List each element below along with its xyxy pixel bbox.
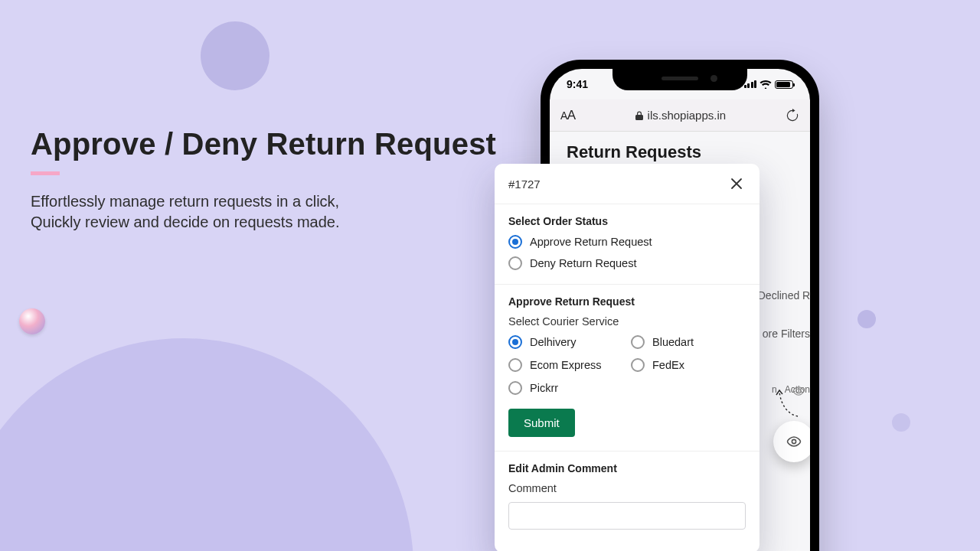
status-time: 9:41 xyxy=(567,78,588,90)
approve-section: Approve Return Request Select Courier Se… xyxy=(495,285,760,452)
paragraph-line: Effortlessly manage return requests in a… xyxy=(31,193,339,210)
reload-icon[interactable] xyxy=(786,109,799,122)
text-size-button[interactable]: AA xyxy=(560,108,576,123)
radio-icon xyxy=(508,235,522,249)
radio-label: FedEx xyxy=(652,359,684,371)
radio-deny[interactable]: Deny Return Request xyxy=(508,256,746,270)
eye-icon xyxy=(785,432,803,451)
bg-circle-large xyxy=(0,338,413,551)
radio-label: Ecom Express xyxy=(530,359,601,371)
section-title: Edit Admin Comment xyxy=(508,462,746,474)
radio-icon xyxy=(508,256,522,270)
view-action-fab[interactable] xyxy=(773,421,810,462)
radio-delhivery[interactable]: Delhivery xyxy=(508,335,623,349)
status-icons xyxy=(744,80,794,89)
close-button[interactable] xyxy=(727,174,746,193)
section-title: Select Order Status xyxy=(508,215,746,227)
radio-label: Deny Return Request xyxy=(530,257,636,269)
radio-label: Approve Return Request xyxy=(530,236,652,248)
browser-toolbar: AA ils.shopiapps.in xyxy=(550,99,810,132)
comment-label: Comment xyxy=(508,482,746,494)
headline-accent xyxy=(31,171,60,175)
courier-label: Select Courier Service xyxy=(508,315,746,328)
radio-label: Pickrr xyxy=(530,382,558,394)
radio-icon xyxy=(631,358,645,372)
radio-label: Bluedart xyxy=(652,336,694,348)
radio-approve[interactable]: Approve Return Request xyxy=(508,235,746,249)
section-title: Approve Return Request xyxy=(508,295,746,308)
radio-bluedart[interactable]: Bluedart xyxy=(631,335,746,349)
callout-arrow xyxy=(775,389,802,419)
radio-icon xyxy=(508,358,522,372)
battery-icon xyxy=(775,80,793,89)
radio-ecom-express[interactable]: Ecom Express xyxy=(508,358,623,372)
paragraph-line: Quickly review and decide on requests ma… xyxy=(31,214,340,230)
radio-icon xyxy=(631,335,645,349)
bg-circle-top xyxy=(201,21,270,90)
bg-tab-fragment: Declined Re xyxy=(758,289,810,302)
modal-header: #1727 xyxy=(495,164,760,204)
radio-fedex[interactable]: FedEx xyxy=(631,358,746,372)
bg-circle-right2 xyxy=(892,413,910,432)
admin-comment-section: Edit Admin Comment Comment xyxy=(495,452,760,551)
page-title: Return Requests xyxy=(567,142,793,162)
page-paragraph: Effortlessly manage return requests in a… xyxy=(31,191,340,233)
bg-circle-right xyxy=(858,310,876,328)
url-text: ils.shopiapps.in xyxy=(648,109,727,122)
bg-orb-pink xyxy=(19,308,45,334)
page-headline: Approve / Deny Return Request xyxy=(31,127,496,161)
wifi-icon xyxy=(760,80,772,89)
submit-button[interactable]: Submit xyxy=(508,409,575,437)
radio-pickrr[interactable]: Pickrr xyxy=(508,381,623,395)
order-id: #1727 xyxy=(508,178,541,191)
close-icon xyxy=(730,177,743,191)
bg-filters-fragment: ore Filters xyxy=(763,328,810,340)
order-status-section: Select Order Status Approve Return Reque… xyxy=(495,204,760,285)
address-bar[interactable]: ils.shopiapps.in xyxy=(585,109,776,122)
courier-options: Delhivery Bluedart Ecom Express FedEx Pi… xyxy=(508,335,746,395)
svg-point-0 xyxy=(792,439,795,443)
return-request-modal: #1727 Select Order Status Approve Return… xyxy=(495,164,760,551)
radio-icon xyxy=(508,381,522,395)
comment-input[interactable] xyxy=(508,502,746,530)
lock-icon xyxy=(635,111,643,120)
radio-label: Delhivery xyxy=(530,336,576,348)
phone-notch xyxy=(612,69,747,90)
radio-icon xyxy=(508,335,522,349)
